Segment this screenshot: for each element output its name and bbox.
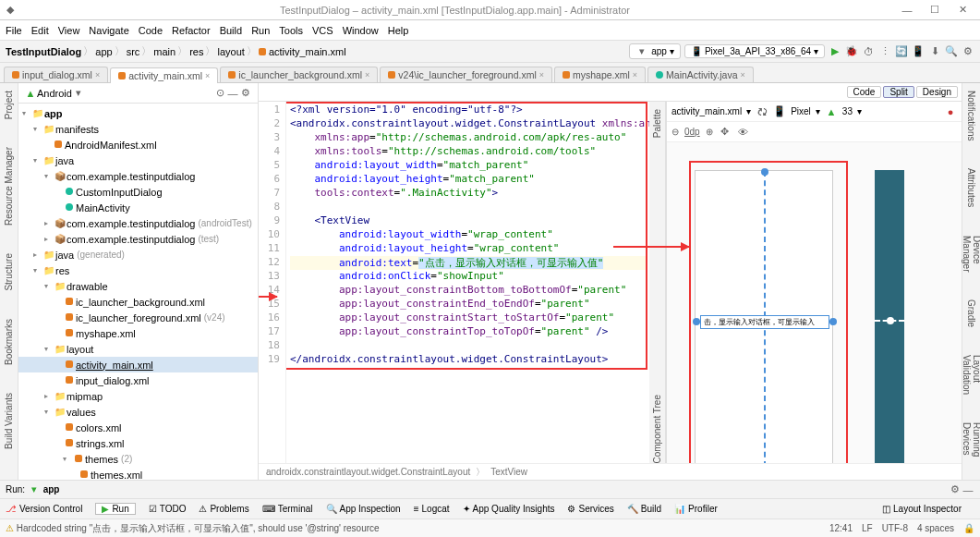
readonly-icon[interactable]: 🔒 [963,523,974,533]
menu-navigate[interactable]: Navigate [89,25,128,36]
tab-mainactivity[interactable]: MainActivity.java× [647,67,754,82]
menu-build[interactable]: Build [220,25,242,36]
mode-design[interactable]: Design [916,86,958,98]
btn-layout-inspector[interactable]: ◫ Layout Inspector [882,504,962,514]
warnings-icon[interactable]: ● [944,106,957,117]
menu-file[interactable]: File [6,25,22,36]
btn-run[interactable]: ▶Run [95,503,135,515]
menu-run[interactable]: Run [251,25,270,36]
selected-textview[interactable]: 击，显示输入对话框，可显示输入 [700,315,829,329]
menu-tools[interactable]: Tools [279,25,303,36]
design-canvas[interactable]: 击，显示输入对话框，可显示输入 [667,142,962,463]
window-title: TestInputDialog – activity_main.xml [Tes… [17,5,893,16]
orientation-icon[interactable]: 🗘 [756,106,768,117]
menu-refactor[interactable]: Refactor [172,25,211,36]
menu-help[interactable]: Help [388,25,409,36]
menu-edit[interactable]: Edit [31,25,49,36]
crumb-app[interactable]: app [95,46,112,57]
rail-notifications[interactable]: Notifications [966,91,976,140]
run-tool-header[interactable]: Run: ▾ app ⚙ — [0,480,980,498]
preview-api[interactable]: 33 [842,106,853,116]
mode-split[interactable]: Split [883,86,913,98]
sync-icon[interactable]: 🔄 [895,45,908,57]
crumb-main[interactable]: main [153,46,175,57]
btn-build[interactable]: 🔨 Build [627,504,661,514]
tool-hide-icon[interactable]: — [962,484,974,495]
locate-icon[interactable]: ⊙ [213,87,226,99]
btn-todo[interactable]: ☑ TODO [149,504,187,514]
rail-running-devices[interactable]: Running Devices [962,422,981,457]
btn-app-quality[interactable]: ✦ App Quality Insights [463,504,555,514]
tool-settings-icon[interactable]: ⚙ [949,483,962,495]
preview-device[interactable]: Pixel [791,106,811,116]
btn-problems[interactable]: ⚠ Problems [199,504,248,514]
code-text[interactable]: <?xml version="1.0" encoding="utf-8"?> <… [286,102,649,463]
profile-icon[interactable]: ⏱ [862,46,875,57]
design-preview: activity_main.xml▾ 🗘 📱 Pixel▾ ▲ 33▾ ● ⊖ … [666,102,962,463]
tab-myshape[interactable]: myshape.xml× [554,67,646,82]
caret-pos[interactable]: 12:41 [829,523,853,533]
rail-palette[interactable]: Palette [652,109,662,138]
maximize-button[interactable]: ☐ [921,4,949,16]
crumb-res[interactable]: res [189,46,203,57]
blueprint-frame[interactable] [875,170,904,463]
btn-terminal[interactable]: ⌨ Terminal [262,504,313,514]
menu-view[interactable]: View [58,25,80,36]
btn-version-control[interactable]: ⎇Version Control [6,504,82,514]
tree-settings-icon[interactable]: ⚙ [239,87,252,99]
rail-attributes[interactable]: Attributes [966,168,976,207]
code-editor[interactable]: 12345678910111213141516171819 <?xml vers… [259,102,649,463]
tree-collapse-icon[interactable]: — [226,88,239,99]
zoom-in[interactable]: ⊕ [706,127,713,137]
rail-gradle[interactable]: Gradle [966,299,976,327]
crumb-layout[interactable]: layout [217,46,244,57]
api-icon[interactable]: ▲ [825,106,838,117]
menu-window[interactable]: Window [343,25,379,36]
rail-project[interactable]: Project [4,91,14,119]
preview-file[interactable]: activity_main.xml [671,106,742,116]
rail-layout-validation[interactable]: Layout Validation [962,355,981,395]
crumb-src[interactable]: src [127,46,140,57]
tab-activity-main[interactable]: activity_main.xml× [110,67,218,83]
line-ending[interactable]: LF [862,523,873,533]
run-config-selector[interactable]: ▾app▾ [629,43,681,59]
project-view-selector[interactable]: Android [37,88,72,99]
rail-component-tree[interactable]: Component Tree [652,395,662,464]
settings-icon[interactable]: ⚙ [962,45,974,57]
avd-icon[interactable]: 📱 [912,45,925,57]
project-tree[interactable]: ▾📁app ▾📁manifests AndroidManifest.xml ▾📁… [18,104,258,480]
sdk-icon[interactable]: ⬇ [928,45,941,57]
device-frame-icon[interactable]: 📱 [773,105,786,117]
encoding[interactable]: UTF-8 [882,523,908,533]
rail-device-manager[interactable]: Device Manager [962,236,981,272]
rail-structure[interactable]: Structure [4,253,14,291]
btn-profiler[interactable]: 📊 Profiler [674,504,718,514]
tab-ic-launcher-fg[interactable]: v24\ic_launcher_foreground.xml× [380,67,552,82]
menu-vcs[interactable]: VCS [312,25,333,36]
tab-ic-launcher-bg[interactable]: ic_launcher_background.xml× [220,67,378,82]
rail-resource-manager[interactable]: Resource Manager [4,147,14,226]
rail-build-variants[interactable]: Build Variants [4,393,14,449]
run-icon[interactable]: ▶ [829,45,841,57]
device-selector[interactable]: 📱Pixel_3a_API_33_x86_64▾ [684,44,825,58]
indent[interactable]: 4 spaces [917,523,954,533]
pan-icon[interactable]: ✥ [719,126,732,138]
debug-icon[interactable]: 🐞 [845,45,858,57]
device-frame[interactable]: 击，显示输入对话框，可显示输入 [695,170,833,463]
btn-logcat[interactable]: ≡ Logcat [414,504,450,514]
menu-code[interactable]: Code [139,25,163,36]
btn-app-inspection[interactable]: 🔍 App Inspection [326,504,401,514]
zoom-value[interactable]: 0dp [684,127,700,137]
minimize-button[interactable]: — [893,5,921,16]
zoom-out[interactable]: ⊖ [671,127,679,137]
close-button[interactable]: ✕ [949,4,976,16]
crumb-project[interactable]: TestInputDialog [6,46,81,57]
code-breadcrumb[interactable]: androidx.constraintlayout.widget.Constra… [259,463,962,480]
mode-code[interactable]: Code [847,86,882,98]
search-icon[interactable]: 🔍 [945,45,958,57]
rail-bookmarks[interactable]: Bookmarks [4,319,14,365]
more-actions-icon[interactable]: ⋮ [878,45,891,57]
btn-services[interactable]: ⚙ Services [567,504,613,514]
view-options-icon[interactable]: 👁 [737,127,750,138]
tab-input-dialog[interactable]: input_dialog.xml× [4,67,108,82]
